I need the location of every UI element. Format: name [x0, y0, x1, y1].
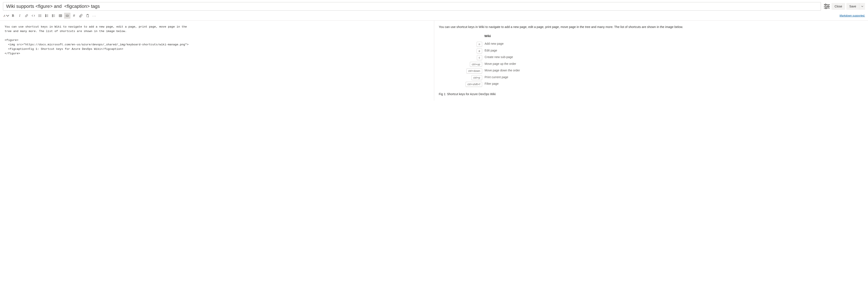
svg-rect-25	[59, 14, 62, 17]
clipboard-button[interactable]	[85, 13, 91, 19]
shortcut-row: ctrl+pPrint current page	[452, 75, 521, 81]
shortcut-key: c	[477, 55, 482, 60]
hash-button[interactable]: #	[71, 13, 77, 19]
shortcuts-table: nAdd new pageeEdit pagecCreate new sub-p…	[452, 40, 521, 88]
app-root: Close Save A B I	[0, 0, 868, 101]
page-title-input[interactable]	[3, 2, 821, 10]
shortcut-key-cell: n	[452, 41, 484, 47]
formatting-toolbar: A B I	[3, 13, 98, 19]
shortcut-key: n	[477, 42, 482, 47]
view-options-icon[interactable]	[824, 3, 830, 10]
shortcut-key: ctrl+up	[470, 62, 482, 67]
svg-rect-21	[52, 15, 53, 16]
shortcut-key-cell: ctrl+p	[452, 75, 484, 81]
shortcut-row: eEdit page	[452, 48, 521, 54]
shortcut-key: e	[477, 48, 482, 53]
shortcuts-heading: Wiki	[452, 34, 864, 39]
shortcut-desc: Filter page	[484, 81, 521, 87]
more-button[interactable]: ···	[91, 13, 98, 19]
shortcut-desc: Edit page	[484, 48, 521, 54]
shortcut-key-cell: ctrl+up	[452, 62, 484, 67]
svg-point-4	[828, 6, 829, 7]
markdown-editor[interactable]: You can use shortcut keys in Wiki to nav…	[0, 21, 434, 101]
shortcut-key-cell: c	[452, 54, 484, 61]
preview-pane: You can use shortcut keys in Wiki to nav…	[434, 21, 868, 101]
shortcut-desc: Print current page	[484, 75, 521, 81]
svg-point-7	[39, 14, 39, 15]
svg-point-11	[39, 16, 39, 17]
shortcut-row: ctrl+shift+fFilter page	[452, 81, 521, 87]
shortcut-key-cell: ctrl+shift+f	[452, 81, 484, 87]
link-button[interactable]	[23, 13, 30, 19]
italic-button[interactable]: I	[17, 13, 23, 19]
shortcut-desc: Move page down the order	[484, 68, 521, 74]
figure-caption: Fig 1: Shortcut keys for Azure DevOps Wi…	[439, 92, 864, 97]
svg-point-9	[39, 15, 39, 16]
table-button[interactable]	[57, 13, 64, 19]
preview-paragraph: You can use shortcut keys in Wiki to nav…	[439, 25, 864, 30]
shortcut-desc: Move page up the order	[484, 62, 521, 67]
shortcut-row: ctrl+upMove page up the order	[452, 62, 521, 67]
shortcut-row: cCreate new sub-page	[452, 54, 521, 61]
code-button[interactable]	[30, 13, 36, 19]
markdown-supported-link[interactable]: Markdown supported.	[840, 14, 865, 17]
save-button-group: Save	[846, 3, 865, 10]
attach-button[interactable]	[78, 13, 84, 19]
mention-button[interactable]: Abc	[64, 13, 70, 19]
checklist-button[interactable]	[51, 13, 57, 19]
header-row: Close Save	[0, 0, 868, 12]
header-actions: Close Save	[824, 3, 865, 10]
svg-rect-23	[52, 16, 53, 17]
format-paragraph-button[interactable]: A	[3, 13, 9, 19]
bullet-list-button[interactable]	[37, 13, 43, 19]
shortcut-key: ctrl+p	[471, 75, 482, 80]
svg-point-3	[825, 4, 826, 5]
numbered-list-button[interactable]: 1 2 3	[44, 13, 50, 19]
shortcut-row: ctrl+downMove page down the order	[452, 68, 521, 74]
toolbar-row: A B I	[0, 12, 868, 21]
shortcut-desc: Create new sub-page	[484, 54, 521, 61]
editor-preview-split: You can use shortcut keys in Wiki to nav…	[0, 21, 868, 101]
close-button[interactable]: Close	[832, 3, 845, 10]
shortcut-key-cell: e	[452, 48, 484, 54]
shortcut-key-cell: ctrl+down	[452, 68, 484, 74]
shortcuts-figure: Wiki nAdd new pageeEdit pagecCreate new …	[452, 34, 864, 88]
shortcut-key: ctrl+down	[466, 68, 482, 74]
shortcut-key: ctrl+shift+f	[466, 82, 482, 87]
shortcut-desc: Add new page	[484, 41, 521, 47]
bold-button[interactable]: B	[10, 13, 16, 19]
svg-text:3: 3	[45, 16, 46, 17]
save-button[interactable]: Save	[846, 3, 859, 10]
save-menu-chevron[interactable]	[859, 3, 865, 10]
svg-text:Abc: Abc	[66, 15, 69, 16]
svg-text:A: A	[3, 14, 5, 17]
shortcut-row: nAdd new page	[452, 41, 521, 47]
svg-point-5	[825, 7, 827, 9]
svg-rect-19	[52, 14, 53, 15]
